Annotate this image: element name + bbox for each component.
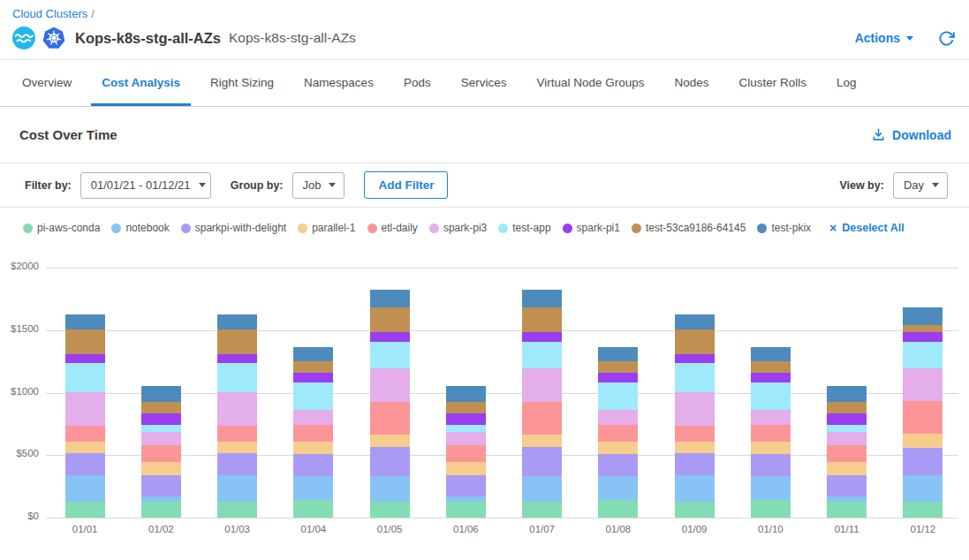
bar-segment-sparkpi-with-delight[interactable] — [293, 454, 333, 476]
bar-segment-test-pkix[interactable] — [370, 290, 410, 307]
date-range-select[interactable]: 01/01/21 - 01/12/21 — [80, 172, 211, 199]
bar-segment-test-app[interactable] — [903, 342, 943, 368]
bar-segment-etl-daily[interactable] — [598, 425, 638, 442]
bar-segment-spark-pi1[interactable] — [903, 332, 943, 342]
refresh-icon[interactable] — [938, 30, 955, 47]
bar-segment-spark-pi1[interactable] — [675, 354, 715, 363]
bar-column-01-04[interactable]: 01/04 — [276, 244, 352, 518]
bar-segment-pi-aws-conda[interactable] — [446, 502, 486, 518]
bar-segment-sparkpi-with-delight[interactable] — [903, 448, 943, 475]
bar-segment-spark-pi3[interactable] — [65, 392, 105, 426]
legend-item-notebook[interactable]: notebook — [111, 222, 169, 234]
bar-segment-test-app[interactable] — [522, 342, 562, 368]
bar-segment-etl-daily[interactable] — [141, 445, 181, 462]
bar-segment-notebook[interactable] — [598, 476, 638, 500]
bar-segment-spark-pi1[interactable] — [751, 373, 791, 382]
bar-column-01-01[interactable]: 01/01 — [47, 244, 123, 518]
bar-segment-test-pkix[interactable] — [217, 314, 257, 329]
bar-column-01-09[interactable]: 01/09 — [656, 244, 732, 518]
bar-segment-pi-aws-conda[interactable] — [903, 502, 943, 518]
bar-segment-pi-aws-conda[interactable] — [217, 502, 257, 518]
bar-segment-test-53ca9186-64145[interactable] — [217, 329, 257, 354]
bar-segment-parallel-1[interactable] — [751, 442, 791, 454]
bar-segment-test-app[interactable] — [370, 342, 410, 368]
legend-item-test-pkix[interactable]: test-pkix — [757, 222, 811, 234]
breadcrumb-link[interactable]: Cloud Clusters — [12, 7, 87, 20]
bar-segment-spark-pi3[interactable] — [141, 432, 181, 445]
bar-segment-spark-pi3[interactable] — [751, 410, 791, 425]
bar-segment-parallel-1[interactable] — [598, 442, 638, 454]
bar-segment-pi-aws-conda[interactable] — [293, 500, 333, 518]
bar-segment-spark-pi3[interactable] — [217, 392, 257, 426]
bar-column-01-02[interactable]: 01/02 — [123, 244, 199, 518]
bar-segment-parallel-1[interactable] — [522, 435, 562, 447]
bar-segment-test-app[interactable] — [293, 382, 333, 410]
bar-segment-spark-pi3[interactable] — [446, 432, 486, 445]
tab-cluster-rolls[interactable]: Cluster Rolls — [729, 60, 818, 106]
bar-segment-test-app[interactable] — [598, 382, 638, 410]
bar-segment-pi-aws-conda[interactable] — [827, 502, 867, 518]
tab-nodes[interactable]: Nodes — [664, 60, 720, 106]
bar-column-01-07[interactable]: 01/07 — [504, 244, 580, 518]
bar-segment-pi-aws-conda[interactable] — [675, 502, 715, 518]
bar-segment-etl-daily[interactable] — [751, 425, 791, 442]
bar-segment-test-pkix[interactable] — [141, 386, 181, 402]
bar-segment-sparkpi-with-delight[interactable] — [370, 447, 410, 476]
legend-item-spark-pi3[interactable]: spark-pi3 — [429, 222, 487, 234]
legend-item-spark-pi1[interactable]: spark-pi1 — [563, 222, 620, 234]
bar-segment-parallel-1[interactable] — [141, 462, 181, 475]
bar-segment-pi-aws-conda[interactable] — [65, 502, 105, 518]
bar-segment-test-53ca9186-64145[interactable] — [370, 307, 410, 332]
bar-segment-sparkpi-with-delight[interactable] — [522, 447, 562, 476]
bar-segment-sparkpi-with-delight[interactable] — [65, 453, 105, 475]
tab-cost-analysis[interactable]: Cost Analysis — [91, 60, 191, 106]
download-button[interactable]: Download — [872, 128, 951, 142]
bar-column-01-03[interactable]: 01/03 — [200, 244, 276, 518]
bar-segment-parallel-1[interactable] — [293, 442, 333, 454]
bar-segment-test-app[interactable] — [141, 425, 181, 432]
bar-segment-test-app[interactable] — [675, 363, 715, 392]
bar-segment-parallel-1[interactable] — [827, 462, 867, 475]
bar-segment-spark-pi1[interactable] — [522, 332, 562, 342]
bar-segment-sparkpi-with-delight[interactable] — [751, 454, 791, 476]
bar-segment-spark-pi1[interactable] — [217, 354, 257, 363]
bar-segment-parallel-1[interactable] — [65, 442, 105, 453]
bar-segment-etl-daily[interactable] — [903, 401, 943, 434]
bar-segment-test-53ca9186-64145[interactable] — [903, 325, 943, 332]
bar-segment-pi-aws-conda[interactable] — [751, 500, 791, 518]
bar-column-01-11[interactable]: 01/11 — [809, 244, 885, 518]
legend-item-etl-daily[interactable]: etl-daily — [367, 222, 418, 234]
bar-segment-parallel-1[interactable] — [370, 435, 410, 447]
bar-segment-test-53ca9186-64145[interactable] — [675, 329, 715, 354]
bar-segment-spark-pi1[interactable] — [141, 413, 181, 425]
bar-segment-test-app[interactable] — [446, 425, 486, 432]
bar-segment-spark-pi1[interactable] — [446, 413, 486, 425]
bar-segment-spark-pi3[interactable] — [598, 410, 638, 425]
bar-segment-sparkpi-with-delight[interactable] — [217, 453, 257, 475]
legend-item-test-app[interactable]: test-app — [498, 222, 550, 234]
deselect-all-button[interactable]: × Deselect All — [829, 221, 905, 235]
bar-segment-spark-pi1[interactable] — [598, 373, 638, 382]
tab-overview[interactable]: Overview — [11, 60, 82, 106]
bar-segment-etl-daily[interactable] — [370, 402, 410, 435]
bar-segment-test-pkix[interactable] — [827, 386, 867, 402]
add-filter-button[interactable]: Add Filter — [364, 171, 448, 199]
bar-segment-spark-pi3[interactable] — [370, 368, 410, 402]
legend-item-parallel-1[interactable]: parallel-1 — [298, 222, 355, 234]
bar-segment-test-pkix[interactable] — [446, 386, 486, 402]
bar-segment-spark-pi1[interactable] — [293, 373, 333, 382]
bar-segment-sparkpi-with-delight[interactable] — [141, 475, 181, 496]
tab-pods[interactable]: Pods — [393, 60, 442, 106]
bar-segment-etl-daily[interactable] — [446, 445, 486, 462]
bar-segment-spark-pi1[interactable] — [65, 354, 105, 363]
bar-segment-pi-aws-conda[interactable] — [141, 502, 181, 518]
bar-segment-spark-pi3[interactable] — [675, 392, 715, 426]
bar-segment-test-pkix[interactable] — [598, 347, 638, 361]
bar-column-01-06[interactable]: 01/06 — [428, 244, 503, 518]
bar-segment-test-53ca9186-64145[interactable] — [446, 402, 486, 413]
bar-segment-pi-aws-conda[interactable] — [598, 500, 638, 518]
bar-segment-test-pkix[interactable] — [751, 347, 791, 361]
bar-segment-test-app[interactable] — [751, 382, 791, 410]
tab-log[interactable]: Log — [826, 60, 867, 106]
bar-segment-parallel-1[interactable] — [675, 442, 715, 453]
